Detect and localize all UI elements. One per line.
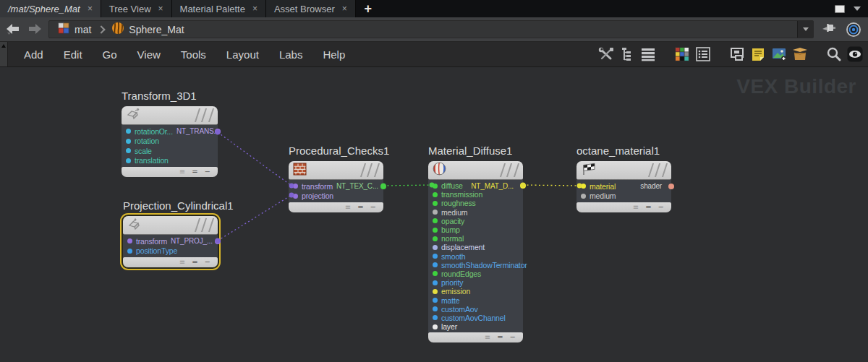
- param-rotationor[interactable]: rotationOr...NT_TRANS...: [122, 126, 218, 137]
- palette-icon[interactable]: [673, 46, 691, 63]
- menu-add[interactable]: Add: [14, 48, 54, 61]
- search-icon[interactable]: [825, 46, 843, 63]
- param-priority[interactable]: priority: [428, 278, 523, 287]
- node-footer[interactable]: ≡=−: [123, 257, 218, 267]
- tab-close-icon[interactable]: ×: [158, 4, 163, 13]
- node-header[interactable]: [122, 106, 218, 125]
- output-connector-dot[interactable]: [668, 184, 674, 189]
- node-flag-icon[interactable]: ≡: [633, 204, 639, 211]
- node-flag-icon[interactable]: ≡: [179, 168, 185, 176]
- parameters-grid-icon[interactable]: [694, 46, 712, 63]
- node-flag-icon[interactable]: −: [510, 334, 516, 341]
- node-header[interactable]: [428, 161, 523, 180]
- input-connector-dot[interactable]: [127, 238, 132, 244]
- node-flag-icon[interactable]: −: [370, 204, 376, 211]
- param-medium[interactable]: medium: [576, 191, 671, 202]
- input-connector-dot[interactable]: [126, 129, 131, 134]
- param-transmission[interactable]: transmission: [428, 190, 523, 199]
- tools-icon[interactable]: [597, 46, 615, 63]
- output-connector-dot[interactable]: [215, 238, 221, 244]
- param-roundedges[interactable]: roundEdges: [428, 270, 523, 278]
- node-flag-icon[interactable]: =: [192, 168, 197, 176]
- input-connector-dot[interactable]: [433, 192, 438, 197]
- param-customaovchannel[interactable]: customAovChannel: [428, 314, 523, 322]
- param-positiontype[interactable]: positionType: [123, 246, 218, 257]
- node-material[interactable]: Material_Diffuse1diffuseNT_MAT_D...trans…: [428, 145, 523, 342]
- output-connector-dot[interactable]: [380, 184, 386, 189]
- node-flag-icon[interactable]: −: [658, 204, 664, 211]
- param-translation[interactable]: translation: [122, 156, 218, 166]
- path-field[interactable]: mat Sphere_Mat: [48, 20, 814, 38]
- input-connector-dot[interactable]: [126, 148, 131, 153]
- param-medium[interactable]: medium: [428, 208, 523, 217]
- node-flag-icon[interactable]: =: [357, 204, 363, 211]
- input-connector-dot[interactable]: [433, 306, 438, 311]
- param-roughness[interactable]: roughness: [428, 199, 523, 207]
- input-connector-dot[interactable]: [581, 194, 586, 199]
- param-bump[interactable]: bump: [428, 225, 523, 234]
- param-normal[interactable]: normal: [428, 234, 523, 243]
- node-header[interactable]: [123, 216, 218, 235]
- input-connector-dot[interactable]: [433, 184, 438, 189]
- menu-view[interactable]: View: [127, 48, 171, 61]
- asset-box-icon[interactable]: [791, 46, 809, 63]
- node-procedural[interactable]: Procedural_Checks1transformNT_TEX_C...pr…: [289, 145, 389, 212]
- tab--mat-sphere-mat[interactable]: /mat/Sphere_Mat×: [0, 0, 101, 17]
- breadcrumb-item-sphere-mat[interactable]: Sphere_Mat: [106, 22, 190, 37]
- node-flag-icon[interactable]: ≡: [179, 259, 185, 266]
- node-flag-icon[interactable]: ≡: [345, 204, 351, 211]
- path-dropdown-icon[interactable]: [797, 21, 813, 38]
- tab-tree-view[interactable]: Tree View×: [101, 0, 172, 17]
- param-rotation[interactable]: rotation: [122, 137, 218, 147]
- input-connector-dot[interactable]: [433, 280, 438, 285]
- node-flag-icon[interactable]: =: [192, 259, 197, 266]
- param-emission[interactable]: emission: [428, 287, 523, 296]
- tab-close-icon[interactable]: ×: [252, 4, 258, 13]
- node-octane[interactable]: octane_material1materialshadermedium≡=−: [576, 145, 671, 212]
- menu-layout[interactable]: Layout: [216, 48, 269, 61]
- back-arrow-icon[interactable]: [5, 23, 21, 35]
- param-smoothshadowterminator[interactable]: smoothShadowTerminator: [428, 261, 523, 270]
- param-displacement[interactable]: displacement: [428, 243, 523, 251]
- param-opacity[interactable]: opacity: [428, 217, 523, 225]
- node-flag-icon[interactable]: =: [497, 334, 503, 341]
- input-connector-dot[interactable]: [433, 228, 438, 233]
- menu-go[interactable]: Go: [93, 48, 127, 61]
- tab-asset-browser[interactable]: Asset Browser×: [266, 0, 356, 17]
- tab-close-icon[interactable]: ×: [88, 4, 93, 13]
- input-connector-dot[interactable]: [433, 201, 438, 206]
- add-image-icon[interactable]: [770, 46, 788, 63]
- pane-icon[interactable]: [835, 5, 845, 13]
- menu-help[interactable]: Help: [312, 48, 355, 61]
- input-connector-dot[interactable]: [433, 236, 438, 241]
- new-tab-button[interactable]: +: [356, 0, 380, 17]
- node-flag-icon[interactable]: −: [205, 259, 210, 266]
- output-connector-dot[interactable]: [520, 183, 526, 189]
- input-connector-dot[interactable]: [127, 249, 132, 254]
- sticky-note-icon[interactable]: [749, 46, 767, 63]
- param-diffuse[interactable]: diffuseNT_MAT_D...: [428, 181, 523, 190]
- follow-target-icon[interactable]: [844, 21, 863, 38]
- tab-list-dropdown-icon[interactable]: [854, 7, 861, 11]
- node-header[interactable]: [289, 161, 383, 180]
- input-connector-dot[interactable]: [433, 218, 438, 223]
- visibility-eye-icon[interactable]: [846, 46, 864, 63]
- node-flag-icon[interactable]: ≡: [485, 334, 490, 341]
- input-connector-dot[interactable]: [126, 139, 131, 144]
- input-connector-dot[interactable]: [433, 271, 438, 276]
- node-projection[interactable]: Projection_Cylindrical1transformNT_PROJ_…: [123, 199, 234, 267]
- node-flag-icon[interactable]: −: [205, 168, 210, 176]
- tab-close-icon[interactable]: ×: [342, 4, 347, 13]
- node-flag-icon[interactable]: =: [645, 204, 651, 211]
- input-connector-dot[interactable]: [126, 158, 131, 163]
- node-footer[interactable]: ≡=−: [576, 202, 671, 212]
- param-transform[interactable]: transformNT_PROJ_...: [123, 236, 218, 246]
- input-connector-dot[interactable]: [581, 184, 586, 189]
- tab-material-palette[interactable]: Material Palette×: [172, 0, 266, 17]
- input-connector-dot[interactable]: [433, 254, 438, 259]
- input-connector-dot[interactable]: [433, 245, 438, 250]
- input-connector-dot[interactable]: [433, 324, 438, 329]
- node-header[interactable]: [576, 161, 671, 180]
- menu-labs[interactable]: Labs: [269, 48, 313, 61]
- tree-structure-icon[interactable]: [618, 46, 636, 63]
